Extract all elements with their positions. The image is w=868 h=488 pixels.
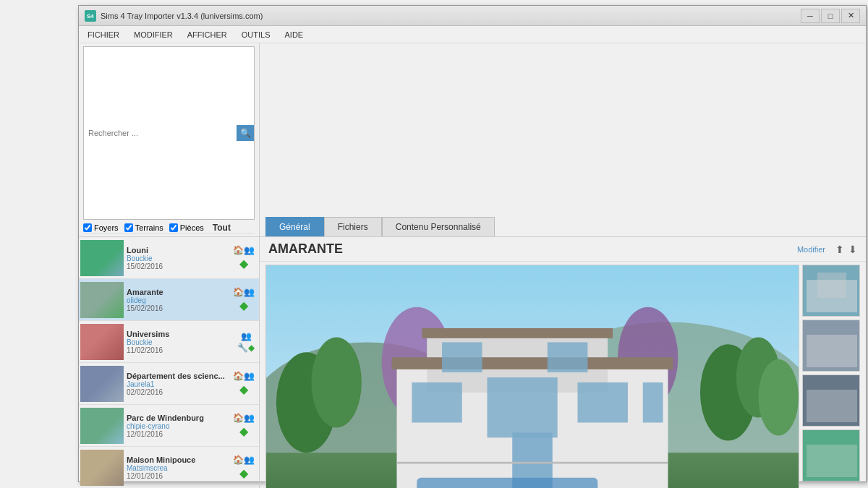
tab-fichiers[interactable]: Fichiers — [324, 217, 382, 236]
item-author[interactable]: chipie-cyrano — [127, 422, 230, 430]
item-date: 11/02/2016 — [127, 346, 234, 354]
svg-text:S4: S4 — [87, 13, 94, 20]
filter-pieces[interactable]: Pièces — [169, 223, 204, 232]
item-name: Département des scienc... — [127, 372, 230, 380]
filter-terrains[interactable]: Terrains — [124, 223, 163, 232]
item-list: Louni Bouckie 15/02/2016 🏠👥 ◆ Amarante o… — [79, 237, 259, 488]
filter-foyers[interactable]: Foyers — [83, 223, 119, 232]
item-date: 02/02/2016 — [127, 388, 230, 396]
thumb-1[interactable] — [802, 265, 860, 317]
green-diamond-icon: ◆ — [239, 466, 248, 480]
list-item[interactable]: Louni Bouckie 15/02/2016 🏠👥 ◆ — [79, 237, 259, 279]
svg-rect-32 — [817, 273, 846, 298]
detail-title: AMARANTE — [268, 241, 343, 257]
item-thumbnail — [80, 408, 124, 444]
svg-rect-24 — [548, 342, 588, 372]
green-diamond-icon: ◆ — [239, 424, 248, 438]
svg-rect-26 — [417, 478, 597, 488]
menu-bar: FICHIER MODIFIER AFFICHER OUTILS AIDE — [79, 26, 866, 43]
app-icon: S4 — [85, 10, 96, 22]
item-date: 12/01/2016 — [127, 472, 230, 480]
menu-outils[interactable]: OUTILS — [239, 29, 273, 40]
menu-fichier[interactable]: FICHIER — [85, 29, 122, 40]
svg-rect-38 — [807, 445, 857, 477]
move-up-icon[interactable]: ⬆ — [835, 244, 844, 255]
green-diamond-icon: ◆ — [239, 299, 248, 312]
item-name: Louni — [127, 246, 230, 254]
filter-bar: Foyers Terrains Pièces Tout — [83, 223, 255, 234]
thumb-3[interactable] — [802, 374, 860, 427]
item-info: Amarante olideg 15/02/2016 — [124, 286, 233, 314]
item-author[interactable]: Bouckie — [127, 338, 234, 346]
list-item[interactable]: Amarante olideg 15/02/2016 🏠👥 ◆ — [79, 279, 259, 321]
item-info: Universims Bouckie 11/02/2016 — [124, 328, 237, 356]
list-item[interactable]: Universims Bouckie 11/02/2016 👥 🔧◆ — [79, 321, 259, 363]
title-bar-left: S4 Sims 4 Tray Importer v1.3.4 (lunivers… — [85, 10, 263, 22]
foyers-checkbox[interactable] — [83, 223, 92, 232]
item-author[interactable]: olideg — [127, 296, 230, 304]
item-icons: 🏠👥 ◆ — [233, 371, 256, 396]
item-name: Universims — [127, 330, 234, 338]
main-image — [265, 265, 799, 488]
tool-diamond-icons: 🔧◆ — [237, 343, 255, 353]
move-down-icon[interactable]: ⬇ — [848, 244, 857, 255]
svg-point-7 — [311, 337, 361, 427]
detail-panel: AMARANTE Modifier ⬆ ⬇ — [260, 237, 866, 488]
item-thumbnail — [80, 450, 124, 486]
tab-bar: Général Fichiers Contenu Personnalisé — [260, 43, 866, 236]
list-item[interactable]: Département des scienc... Jaurela1 02/02… — [79, 363, 259, 405]
thumb-4[interactable] — [802, 429, 860, 481]
menu-afficher[interactable]: AFFICHER — [184, 29, 230, 40]
item-name: Maison Minipouce — [127, 455, 230, 464]
list-item[interactable]: Maison Minipouce Matsimscrea 12/01/2016 … — [79, 447, 259, 488]
main-window: S4 Sims 4 Tray Importer v1.3.4 (lunivers… — [78, 5, 867, 482]
detail-header: AMARANTE Modifier ⬆ ⬇ — [260, 237, 866, 262]
window-controls: ─ □ ✕ — [801, 9, 860, 23]
menu-modifier[interactable]: MODIFIER — [131, 29, 176, 40]
thumbnail-strip — [802, 265, 860, 488]
tab-general[interactable]: Général — [265, 217, 324, 236]
search-input[interactable] — [84, 127, 237, 139]
item-author[interactable]: Bouckie — [127, 254, 230, 262]
item-thumbnail — [80, 366, 124, 402]
svg-rect-19 — [412, 382, 461, 423]
item-list-panel: Louni Bouckie 15/02/2016 🏠👥 ◆ Amarante o… — [79, 237, 260, 488]
pieces-checkbox[interactable] — [169, 223, 178, 232]
item-date: 12/01/2016 — [127, 430, 230, 438]
item-info: Louni Bouckie 15/02/2016 — [124, 244, 233, 272]
search-button[interactable]: 🔍 — [237, 125, 254, 141]
tout-link[interactable]: Tout — [213, 223, 231, 233]
item-author[interactable]: Matsimscrea — [127, 464, 230, 472]
tab-contenu[interactable]: Contenu Personnalisé — [382, 217, 495, 236]
svg-point-10 — [758, 359, 799, 436]
search-box: 🔍 — [83, 46, 255, 220]
house-icon: 🏠👥 — [233, 287, 255, 297]
item-icons: 🏠👥 ◆ — [233, 245, 256, 270]
item-author[interactable]: Jaurela1 — [127, 380, 230, 388]
item-icons: 🏠👥 ◆ — [233, 413, 256, 438]
item-thumbnail — [80, 282, 124, 318]
house-icon: 🏠👥 — [233, 455, 255, 465]
item-name: Parc de Windenburg — [127, 414, 230, 422]
item-info: Parc de Windenburg chipie-cyrano 12/01/2… — [124, 412, 233, 440]
window-title: Sims 4 Tray Importer v1.3.4 (luniversims… — [101, 12, 263, 20]
title-bar: S4 Sims 4 Tray Importer v1.3.4 (lunivers… — [79, 6, 866, 26]
item-icons: 🏠👥 ◆ — [233, 455, 256, 480]
close-button[interactable]: ✕ — [841, 9, 860, 23]
item-thumbnail — [80, 240, 124, 276]
house-icon: 🏠👥 — [233, 371, 255, 381]
minimize-button[interactable]: ─ — [801, 9, 820, 23]
green-diamond-icon: ◆ — [239, 257, 248, 270]
item-info: Département des scienc... Jaurela1 02/02… — [124, 370, 233, 398]
maximize-button[interactable]: □ — [821, 9, 840, 23]
menu-aide[interactable]: AIDE — [282, 29, 307, 40]
svg-rect-34 — [807, 335, 857, 367]
list-item[interactable]: Parc de Windenburg chipie-cyrano 12/01/2… — [79, 405, 259, 447]
terrains-checkbox[interactable] — [124, 223, 133, 232]
svg-rect-17 — [392, 357, 673, 369]
thumb-2[interactable] — [802, 320, 860, 372]
item-info: Maison Minipouce Matsimscrea 12/01/2016 — [124, 454, 233, 481]
item-icons: 👥 🔧◆ — [237, 331, 256, 353]
svg-rect-23 — [442, 342, 482, 372]
modify-link[interactable]: Modifier — [797, 245, 825, 254]
